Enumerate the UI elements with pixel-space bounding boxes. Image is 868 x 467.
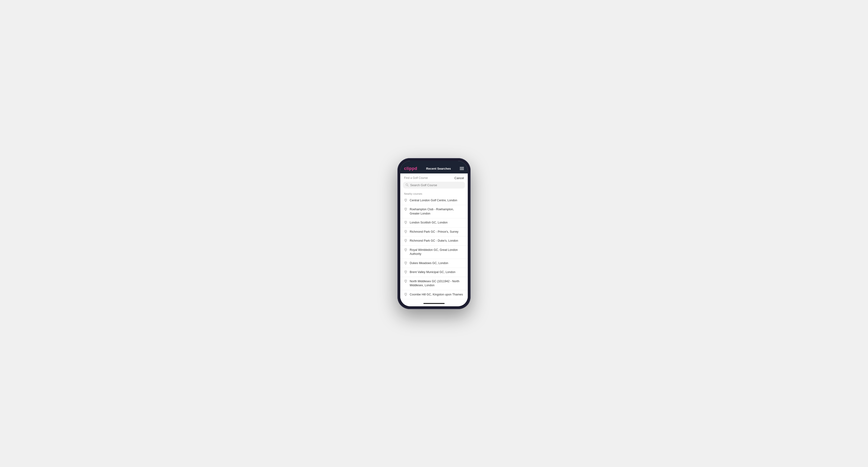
search-box[interactable] [403, 182, 465, 189]
course-name: Brent Valley Municipal GC, London [410, 270, 456, 275]
phone-frame: clippd Recent Searches Find a Golf Cours… [397, 158, 471, 309]
status-bar [400, 161, 468, 164]
course-name: Royal Wimbledon GC, Great London Authori… [410, 248, 464, 256]
svg-point-2 [405, 199, 406, 200]
course-list-item[interactable]: Coombe Hill GC, Kingston upon Thames [400, 290, 468, 300]
pin-icon [404, 271, 407, 274]
course-name: Central London Golf Centre, London [410, 198, 457, 203]
content-area: Find a Golf Course Cancel Nearby courses [400, 174, 468, 301]
course-name: Roehampton Club - Roehampton, Greater Lo… [410, 208, 464, 216]
course-name: North Middlesex GC (1011942 - North Midd… [410, 279, 464, 288]
course-list-item[interactable]: Brent Valley Municipal GC, London [400, 268, 468, 277]
pin-icon [404, 280, 407, 283]
pin-icon [404, 239, 407, 242]
pin-icon [404, 199, 407, 202]
course-list: Central London Golf Centre, London Roeha… [400, 196, 468, 300]
svg-line-1 [408, 185, 408, 186]
svg-point-7 [405, 249, 406, 250]
app-logo: clippd [404, 166, 417, 171]
search-input[interactable] [410, 183, 463, 187]
course-list-item[interactable]: London Scottish GC, London [400, 218, 468, 227]
course-list-item[interactable]: Roehampton Club - Roehampton, Greater Lo… [400, 205, 468, 218]
course-list-item[interactable]: North Middlesex GC (1011942 - North Midd… [400, 277, 468, 290]
nearby-label: Nearby courses [400, 191, 468, 196]
nearby-section: Nearby courses Central London Golf Centr… [400, 191, 468, 301]
pin-icon [404, 248, 407, 252]
course-name: Coombe Hill GC, Kingston upon Thames [410, 292, 463, 297]
course-list-item[interactable]: Royal Wimbledon GC, Great London Authori… [400, 246, 468, 259]
find-label: Find a Golf Course [404, 176, 428, 180]
search-icon [405, 183, 409, 187]
course-list-item[interactable]: Central London Golf Centre, London [400, 196, 468, 205]
phone-screen: clippd Recent Searches Find a Golf Cours… [400, 161, 468, 306]
course-list-item[interactable]: Richmond Park GC - Prince's, Surrey [400, 227, 468, 237]
cancel-button[interactable]: Cancel [455, 176, 464, 180]
page-title: Recent Searches [426, 167, 451, 170]
course-name: Dukes Meadows GC, London [410, 261, 448, 266]
course-list-item[interactable]: Dukes Meadows GC, London [400, 259, 468, 268]
svg-point-3 [405, 208, 406, 209]
pin-icon [404, 261, 407, 265]
course-name: London Scottish GC, London [410, 221, 448, 225]
svg-point-8 [405, 262, 406, 263]
top-bar: clippd Recent Searches [400, 164, 468, 174]
pin-icon [404, 230, 407, 234]
home-bar [423, 303, 445, 304]
svg-point-6 [405, 240, 406, 241]
course-list-item[interactable]: Richmond Park GC - Duke's, London [400, 237, 468, 246]
pin-icon [404, 208, 407, 211]
course-name: Richmond Park GC - Prince's, Surrey [410, 230, 459, 234]
pin-icon [404, 221, 407, 224]
course-name: Richmond Park GC - Duke's, London [410, 239, 458, 243]
home-indicator [400, 301, 468, 306]
svg-point-10 [405, 280, 406, 281]
search-box-container [400, 182, 468, 191]
svg-point-9 [405, 271, 406, 272]
pin-icon [404, 293, 407, 296]
find-header: Find a Golf Course Cancel [400, 174, 468, 182]
svg-point-5 [405, 231, 406, 231]
svg-point-4 [405, 222, 406, 222]
svg-point-11 [405, 293, 406, 294]
menu-icon[interactable] [460, 167, 464, 170]
